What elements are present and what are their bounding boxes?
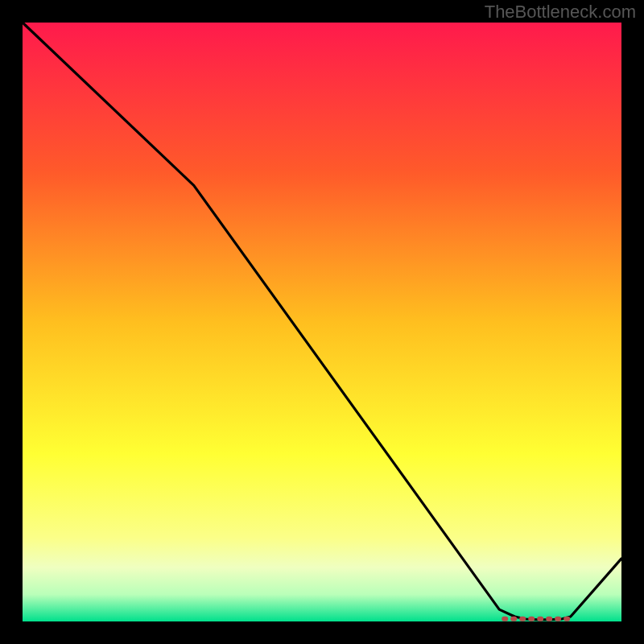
chart-container: { "attribution": "TheBottleneck.com", "c… (0, 0, 644, 644)
chart-svg (0, 0, 644, 644)
plot-background (23, 23, 621, 621)
